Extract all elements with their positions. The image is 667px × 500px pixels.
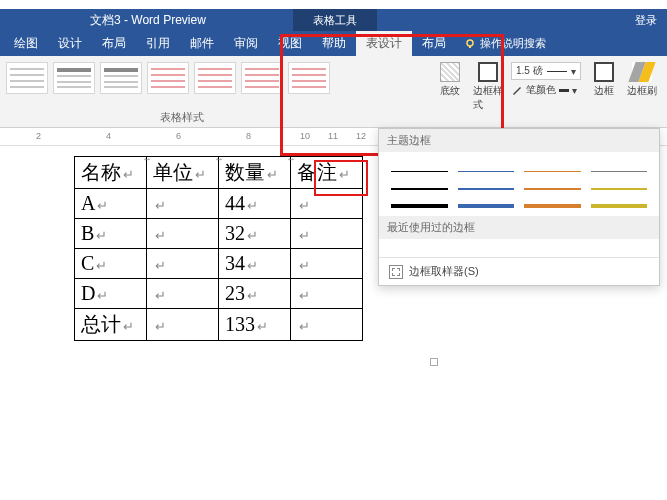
table-cell[interactable]: 44↵ <box>219 189 291 219</box>
shading-label: 底纹 <box>440 84 460 98</box>
table-style-thumb[interactable] <box>100 62 142 94</box>
table-cell[interactable]: A↵ <box>75 189 147 219</box>
table-cell[interactable]: 23↵ <box>219 279 291 309</box>
border-swatch[interactable] <box>391 160 448 172</box>
shading-icon <box>440 62 460 82</box>
table-cell[interactable]: ↵ <box>147 249 219 279</box>
table-row[interactable]: 名称↵↔ 单位↵↔ 数量↵↔ 备注↵ <box>75 157 363 189</box>
border-sampler-menuitem[interactable]: 边框取样器(S) <box>379 257 659 285</box>
table-cell[interactable]: 34↵ <box>219 249 291 279</box>
border-style-button[interactable]: 边框样式 <box>473 62 503 112</box>
tab-table-layout[interactable]: 布局 <box>412 31 456 56</box>
ruler-tick: 6 <box>176 131 181 141</box>
table-cell[interactable]: 32↵ <box>219 219 291 249</box>
table-styles-gallery[interactable] <box>0 56 425 127</box>
svg-point-0 <box>467 40 473 46</box>
tab-references[interactable]: 引用 <box>136 31 180 56</box>
table-cell[interactable]: 133↵ <box>219 309 291 341</box>
window-titlebar: 文档3 - Word Preview 表格工具 登录 <box>0 9 667 31</box>
table-style-thumb[interactable] <box>6 62 48 94</box>
table-style-thumb[interactable] <box>288 62 330 94</box>
table-row[interactable]: A↵ ↵ 44↵ ↵ <box>75 189 363 219</box>
pen-icon <box>511 84 523 96</box>
border-swatch[interactable] <box>458 178 515 190</box>
login-button[interactable]: 登录 <box>635 9 657 31</box>
table-row[interactable]: 总计↵ ↵ 133↵ ↵ <box>75 309 363 341</box>
ruler-tick: 4 <box>106 131 111 141</box>
tab-mailings[interactable]: 邮件 <box>180 31 224 56</box>
borders-icon <box>594 62 614 82</box>
pen-color-label: 笔颜色 <box>526 83 556 97</box>
inserted-table[interactable]: 名称↵↔ 单位↵↔ 数量↵↔ 备注↵ A↵ ↵ 44↵ ↵ B↵ ↵ 32↵ ↵… <box>74 156 363 341</box>
border-swatch[interactable] <box>391 178 448 190</box>
ruler-tick: 2 <box>36 131 41 141</box>
table-style-thumb[interactable] <box>53 62 95 94</box>
border-swatch[interactable] <box>524 160 581 172</box>
border-painter-button[interactable]: 边框刷 <box>627 62 657 98</box>
sampler-icon <box>389 265 403 279</box>
table-cell[interactable]: 单位↵↔ <box>147 157 219 189</box>
table-cell[interactable]: 备注↵ <box>291 157 363 189</box>
border-weight-value: 1.5 磅 <box>516 64 543 78</box>
tell-me-search[interactable]: 操作说明搜索 <box>456 31 546 56</box>
table-cell[interactable]: ↵ <box>291 189 363 219</box>
table-cell[interactable]: 数量↵↔ <box>219 157 291 189</box>
table-cell[interactable]: 总计↵ <box>75 309 147 341</box>
tab-table-design[interactable]: 表设计 <box>356 31 412 56</box>
table-styles-group-label: 表格样式 <box>160 110 204 125</box>
border-style-label: 边框样式 <box>473 84 503 112</box>
border-swatch[interactable] <box>591 178 648 190</box>
borders-button[interactable]: 边框 <box>589 62 619 98</box>
border-weight-dropdown[interactable]: 1.5 磅 ▾ <box>511 62 581 80</box>
table-cell[interactable]: D↵ <box>75 279 147 309</box>
table-row[interactable]: C↵ ↵ 34↵ ↵ <box>75 249 363 279</box>
tab-design[interactable]: 设计 <box>48 31 92 56</box>
chevron-down-icon: ▾ <box>572 85 577 96</box>
tab-review[interactable]: 审阅 <box>224 31 268 56</box>
table-cell[interactable]: ↵ <box>147 219 219 249</box>
border-swatch[interactable] <box>458 160 515 172</box>
table-row[interactable]: D↵ ↵ 23↵ ↵ <box>75 279 363 309</box>
borders-group: 底纹 边框样式 1.5 磅 ▾ 笔颜色 ▾ 边框 边框刷 <box>425 56 667 127</box>
ruler-tick: 12 <box>356 131 366 141</box>
tab-layout[interactable]: 布局 <box>92 31 136 56</box>
table-style-thumb[interactable] <box>241 62 283 94</box>
table-cell[interactable]: ↵ <box>291 249 363 279</box>
border-swatch[interactable] <box>524 196 581 208</box>
tab-help[interactable]: 帮助 <box>312 31 356 56</box>
table-cell[interactable]: C↵ <box>75 249 147 279</box>
table-cell[interactable]: ↵ <box>291 219 363 249</box>
pen-color-dropdown[interactable]: 笔颜色 ▾ <box>511 83 581 97</box>
border-swatch[interactable] <box>458 196 515 208</box>
table-cell[interactable]: 名称↵↔ <box>75 157 147 189</box>
tell-me-placeholder: 操作说明搜索 <box>480 36 546 51</box>
border-swatch[interactable] <box>391 196 448 208</box>
tab-view[interactable]: 视图 <box>268 31 312 56</box>
border-painter-icon <box>632 62 652 82</box>
table-cell[interactable]: ↵ <box>147 189 219 219</box>
tab-draw[interactable]: 绘图 <box>4 31 48 56</box>
popup-section-header: 最近使用过的边框 <box>379 216 659 239</box>
border-swatch[interactable] <box>591 160 648 172</box>
table-resize-handle[interactable] <box>430 358 438 366</box>
border-swatch[interactable] <box>524 178 581 190</box>
border-style-icon <box>478 62 498 82</box>
table-cell[interactable]: ↵ <box>291 309 363 341</box>
table-cell[interactable]: ↵ <box>291 279 363 309</box>
shading-button[interactable]: 底纹 <box>435 62 465 98</box>
table-cell[interactable]: ↵ <box>147 309 219 341</box>
ribbon-body: 表格样式 底纹 边框样式 1.5 磅 ▾ 笔颜色 ▾ 边框 <box>0 56 667 128</box>
table-style-thumb[interactable] <box>194 62 236 94</box>
border-painter-label: 边框刷 <box>627 84 657 98</box>
table-style-thumb[interactable] <box>147 62 189 94</box>
svg-rect-1 <box>469 46 471 48</box>
popup-section-header: 主题边框 <box>379 129 659 152</box>
chevron-down-icon: ▾ <box>571 66 576 77</box>
lightbulb-icon <box>464 38 476 50</box>
table-row[interactable]: B↵ ↵ 32↵ ↵ <box>75 219 363 249</box>
pen-color-swatch <box>559 89 569 92</box>
ribbon-tabs: 绘图 设计 布局 引用 邮件 审阅 视图 帮助 表设计 布局 操作说明搜索 <box>0 31 667 56</box>
border-swatch[interactable] <box>591 196 648 208</box>
table-cell[interactable]: B↵ <box>75 219 147 249</box>
table-cell[interactable]: ↵ <box>147 279 219 309</box>
